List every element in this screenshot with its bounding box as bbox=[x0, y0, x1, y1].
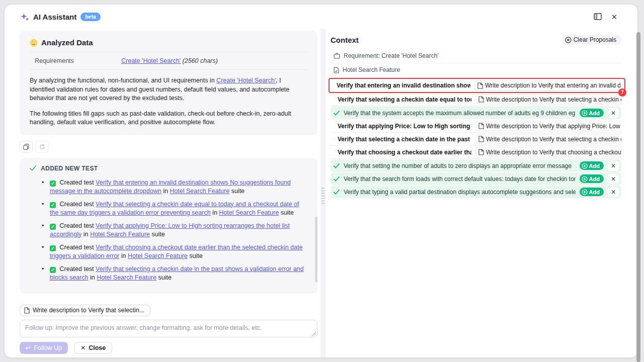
add-test-button[interactable]: Add bbox=[580, 109, 604, 117]
proposal-title: Verify that the system accepts the maxim… bbox=[344, 110, 576, 117]
proposal-row: Verify that selecting a checkin date equ… bbox=[331, 93, 621, 106]
list-item: •✓ Created test Verify that applying Pri… bbox=[30, 222, 307, 239]
dialog-header: AI Assistant beta ✕ bbox=[5, 5, 637, 29]
proposal-row-accepted: Verify that setting the number of adults… bbox=[331, 159, 621, 172]
proposal-row-accepted: Verify that typing a valid partial desti… bbox=[331, 186, 621, 198]
proposal-row: Verify that selecting a checkin date in … bbox=[331, 133, 621, 146]
created-tests-list: •✓ Created test Verify that entering an … bbox=[30, 178, 307, 282]
thinking-face-emoji bbox=[30, 39, 38, 47]
proposal-title: Verify that selecting a checkin date in … bbox=[338, 136, 471, 143]
add-test-button[interactable]: Add bbox=[580, 174, 604, 183]
inline-requirement-link[interactable]: Create 'Hotel Search' bbox=[216, 77, 276, 84]
added-new-test-title: ADDED NEW TEST bbox=[41, 165, 98, 172]
dismiss-proposal-icon[interactable]: ✕ bbox=[608, 108, 619, 118]
analysis-paragraph-1: By analyzing the functional, non-functio… bbox=[30, 76, 307, 103]
document-icon bbox=[478, 149, 484, 155]
requirement-link[interactable]: Create 'Hotel Search' bbox=[121, 57, 181, 64]
panel-toggle-icon[interactable] bbox=[594, 13, 602, 20]
regenerate-icon[interactable] bbox=[36, 141, 49, 153]
page-scrollbar[interactable] bbox=[636, 32, 640, 362]
proposal-title: Verify that entering an invalid destinat… bbox=[337, 82, 470, 89]
ai-assistant-dialog: AI Assistant beta ✕ Analyzed Data bbox=[4, 4, 638, 358]
resizer-grip-icon[interactable] bbox=[321, 187, 325, 205]
proposal-title: Verify that choosing a checkout date ear… bbox=[338, 149, 471, 156]
analyzed-data-title: Analyzed Data bbox=[41, 38, 93, 47]
check-icon bbox=[30, 165, 36, 171]
document-icon bbox=[478, 123, 484, 129]
context-requirement-item[interactable]: Requirement: Create 'Hotel Search' bbox=[331, 49, 621, 63]
requirements-row: Requirements Create 'Hotel Search' (2560… bbox=[30, 52, 307, 70]
chars-count: (2560 chars) bbox=[183, 57, 218, 64]
briefcase-icon bbox=[334, 53, 340, 59]
follow-up-button[interactable]: ↵ Follow Up bbox=[20, 342, 68, 354]
dismiss-proposal-icon[interactable]: ✕ bbox=[608, 187, 619, 197]
list-item: •✓ Created test Verify that selecting a … bbox=[30, 265, 307, 282]
suite-link[interactable]: Hotel Search Feature bbox=[97, 274, 156, 281]
requirements-label: Requirements bbox=[35, 57, 121, 64]
write-description-chip[interactable]: Write description to Verify that choosin… bbox=[475, 147, 621, 157]
add-test-button[interactable]: Add bbox=[580, 161, 604, 170]
check-icon bbox=[334, 190, 340, 195]
file-check-icon bbox=[334, 67, 339, 73]
write-description-chip[interactable]: Write description to Verify that selecti… bbox=[475, 94, 621, 105]
check-icon bbox=[334, 111, 340, 116]
highlight-annotation-box: Verify that entering an invalid destinat… bbox=[329, 78, 625, 93]
circle-plus-icon bbox=[582, 176, 588, 182]
close-dialog-icon[interactable]: ✕ bbox=[611, 13, 617, 21]
document-icon bbox=[478, 96, 484, 103]
proposal-title: Verify that the search form loads with c… bbox=[344, 175, 576, 183]
followup-input[interactable] bbox=[20, 320, 317, 337]
green-check-icon: ✓ bbox=[50, 245, 56, 251]
left-panel-scrollbar[interactable] bbox=[315, 217, 317, 282]
write-description-chip[interactable]: Write description to Verify that applyin… bbox=[475, 121, 621, 131]
add-test-button[interactable]: Add bbox=[580, 188, 604, 196]
dismiss-proposal-icon[interactable]: ✕ bbox=[608, 161, 619, 171]
list-item: •✓ Created test Verify that entering an … bbox=[30, 178, 307, 196]
analysis-paragraph-2: The following titles fill gaps such as p… bbox=[30, 110, 307, 127]
list-item: •✓ Created test Verify that selecting a … bbox=[30, 200, 307, 217]
list-item: •✓ Created test Verify that choosing a c… bbox=[30, 243, 307, 260]
write-description-chip[interactable]: Write description to Verify that enterin… bbox=[474, 80, 620, 91]
context-feature-item[interactable]: Hotel Search Feature bbox=[331, 63, 621, 77]
proposal-row: Verify that applying Price: Low to High … bbox=[331, 120, 621, 133]
suite-link[interactable]: Hotel Search Feature bbox=[128, 252, 188, 259]
proposal-title: Verify that setting the number of adults… bbox=[344, 162, 576, 169]
proposal-row: Verify that entering an invalid destinat… bbox=[332, 79, 620, 92]
document-icon bbox=[477, 82, 483, 89]
clear-proposals-button[interactable]: Clear Proposals bbox=[561, 35, 621, 45]
circle-plus-icon bbox=[582, 189, 588, 195]
proposal-row-accepted: Verify that the system accepts the maxim… bbox=[331, 107, 621, 119]
write-description-chip[interactable]: Write description to Verify that selecti… bbox=[475, 134, 621, 144]
enter-icon: ↵ bbox=[26, 344, 31, 351]
circle-plus-icon bbox=[582, 163, 588, 169]
dismiss-proposal-icon[interactable]: ✕ bbox=[608, 174, 619, 184]
check-icon bbox=[334, 163, 340, 168]
document-icon bbox=[24, 307, 30, 314]
added-new-test-card: ADDED NEW TEST •✓ Created test Verify th… bbox=[20, 158, 317, 294]
chat-column: Analyzed Data Requirements Create 'Hotel… bbox=[5, 29, 320, 357]
proposal-title: Verify that selecting a checkin date equ… bbox=[338, 96, 471, 103]
suite-link[interactable]: Hotel Search Feature bbox=[90, 231, 150, 238]
circle-x-icon bbox=[565, 37, 572, 43]
suite-link[interactable]: Hotel Search Feature bbox=[219, 209, 279, 216]
context-title: Context bbox=[331, 36, 359, 44]
close-x-icon: ✕ bbox=[80, 344, 86, 351]
green-check-icon: ✓ bbox=[50, 180, 56, 187]
pending-description-chip[interactable]: Write description to Verify that selecti… bbox=[20, 305, 150, 316]
suite-link[interactable]: Hotel Search Feature bbox=[170, 188, 229, 195]
proposal-row: Verify that choosing a checkout date ear… bbox=[331, 146, 621, 159]
copy-icon[interactable] bbox=[20, 141, 33, 153]
close-button[interactable]: ✕ Close bbox=[74, 342, 112, 354]
sparkles-icon bbox=[21, 13, 29, 21]
circle-plus-icon bbox=[582, 110, 588, 116]
analyzed-data-card: Analyzed Data Requirements Create 'Hotel… bbox=[20, 31, 317, 135]
proposal-title: Verify that typing a valid partial desti… bbox=[344, 189, 576, 196]
annotation-count-badge: 7 bbox=[618, 88, 626, 97]
proposal-row-accepted: Verify that the search form loads with c… bbox=[331, 172, 621, 185]
proposal-rows: Verify that entering an invalid destinat… bbox=[331, 78, 621, 198]
proposal-title: Verify that applying Price: Low to High … bbox=[338, 123, 471, 130]
green-check-icon: ✓ bbox=[50, 224, 56, 230]
green-check-icon: ✓ bbox=[50, 267, 56, 273]
panel-resizer[interactable] bbox=[320, 29, 326, 357]
beta-badge: beta bbox=[80, 13, 101, 21]
